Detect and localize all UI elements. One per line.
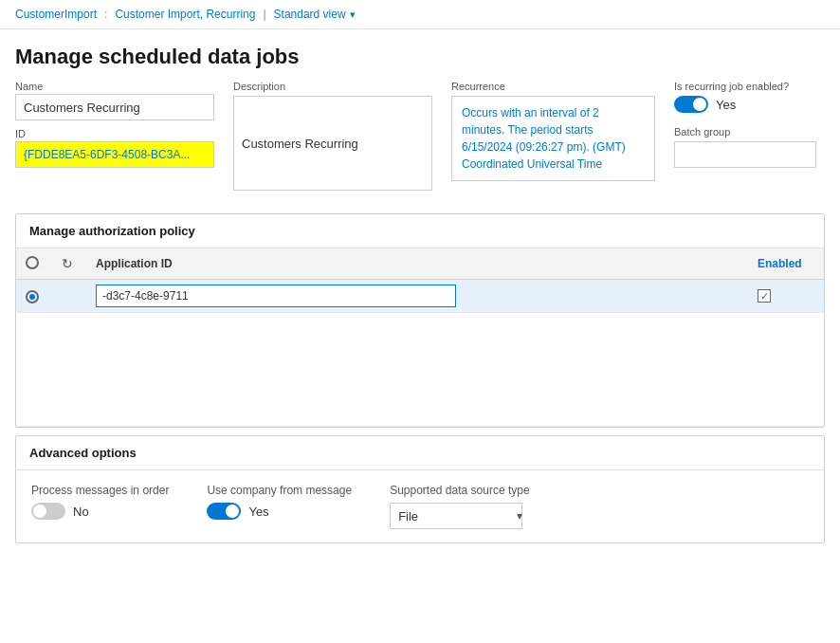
id-value[interactable]: {FDDE8EA5-6DF3-4508-BC3A... [15, 141, 214, 168]
breadcrumb-view[interactable]: Standard view ▾ [274, 8, 356, 21]
row-drag-cell [48, 280, 86, 313]
empty-row [16, 313, 824, 427]
advanced-options-section: Advanced options Process messages in ord… [15, 435, 825, 543]
toggle-batch-col: Is recurring job enabled? Yes Batch grou… [674, 81, 816, 168]
recurring-enabled-label: Is recurring job enabled? [674, 81, 816, 92]
data-source-select[interactable]: File Database Memory [390, 503, 522, 529]
batch-group-input[interactable] [674, 141, 816, 168]
row-radio-selected[interactable] [26, 290, 39, 303]
process-messages-toggle[interactable] [31, 503, 65, 520]
recurrence-text: Occurs with an interval of 2 minutes. Th… [451, 96, 655, 181]
header-radio[interactable] [26, 256, 39, 269]
recurring-toggle-row: Yes [674, 96, 816, 113]
empty-cell [16, 313, 824, 427]
process-messages-label: Process messages in order [31, 484, 169, 497]
data-source-label: Supported data source type [390, 484, 529, 497]
authorization-policy-title: Manage authorization policy [16, 214, 824, 248]
enabled-checkbox[interactable] [758, 289, 771, 303]
app-id-input[interactable] [96, 285, 456, 307]
recurring-toggle[interactable] [674, 96, 708, 113]
form-section: Name ID {FDDE8EA5-6DF3-4508-BC3A... Desc… [0, 81, 840, 206]
process-messages-toggle-row: No [31, 503, 169, 520]
th-enabled: Enabled [748, 248, 824, 280]
use-company-field: Use company from message Yes [207, 484, 352, 520]
authorization-policy-section: Manage authorization policy ↻ Applicatio… [15, 213, 825, 428]
recurring-enabled-group: Is recurring job enabled? Yes [674, 81, 816, 113]
breadcrumb: CustomerImport : Customer Import, Recurr… [0, 0, 840, 29]
advanced-options-body: Process messages in order No Use company… [16, 470, 824, 542]
name-field-group: Name [15, 81, 214, 120]
th-refresh: ↻ [48, 248, 86, 280]
th-radio [16, 248, 48, 280]
page-title: Manage scheduled data jobs [15, 45, 825, 69]
data-source-select-wrapper: File Database Memory [390, 503, 529, 529]
id-field-group: ID {FDDE8EA5-6DF3-4508-BC3A... [15, 128, 214, 168]
data-source-field: Supported data source type File Database… [390, 484, 529, 529]
row-enabled-cell [748, 280, 824, 313]
use-company-label: Use company from message [207, 484, 352, 497]
row-radio-cell [16, 280, 48, 313]
batch-group-label: Batch group [674, 126, 816, 138]
process-messages-slider [31, 503, 65, 520]
name-id-col: Name ID {FDDE8EA5-6DF3-4508-BC3A... [15, 81, 214, 168]
toggle-slider-on [674, 96, 708, 113]
advanced-options-title: Advanced options [16, 436, 824, 470]
use-company-value: Yes [248, 505, 268, 519]
id-label: ID [15, 128, 214, 139]
recurrence-field-group: Recurrence Occurs with an interval of 2 … [451, 81, 655, 181]
description-label: Description [233, 81, 432, 92]
row-app-id-cell [86, 280, 748, 313]
th-app-id: Application ID [86, 248, 748, 280]
name-label: Name [15, 81, 214, 92]
description-input[interactable] [233, 96, 432, 191]
name-input[interactable] [15, 94, 214, 120]
description-field-group: Description [233, 81, 432, 191]
refresh-button[interactable]: ↻ [58, 254, 77, 273]
use-company-toggle-row: Yes [207, 503, 352, 520]
table-row [16, 280, 824, 313]
process-messages-field: Process messages in order No [31, 484, 169, 520]
process-messages-value: No [73, 505, 89, 519]
page-header: Manage scheduled data jobs [0, 29, 840, 81]
batch-group-field-group: Batch group [674, 126, 816, 168]
recurrence-label: Recurrence [451, 81, 655, 92]
recurring-enabled-value: Yes [716, 98, 736, 112]
breadcrumb-sep2: | [263, 8, 265, 21]
breadcrumb-root[interactable]: CustomerImport [15, 8, 97, 21]
policy-table-container: ↻ Application ID Enabled [16, 248, 824, 427]
policy-table: ↻ Application ID Enabled [16, 248, 824, 427]
use-company-slider [207, 503, 241, 520]
breadcrumb-sep1: : [104, 8, 107, 21]
table-header-row: ↻ Application ID Enabled [16, 248, 824, 280]
use-company-toggle[interactable] [207, 503, 241, 520]
breadcrumb-part1[interactable]: Customer Import, Recurring [115, 8, 255, 21]
